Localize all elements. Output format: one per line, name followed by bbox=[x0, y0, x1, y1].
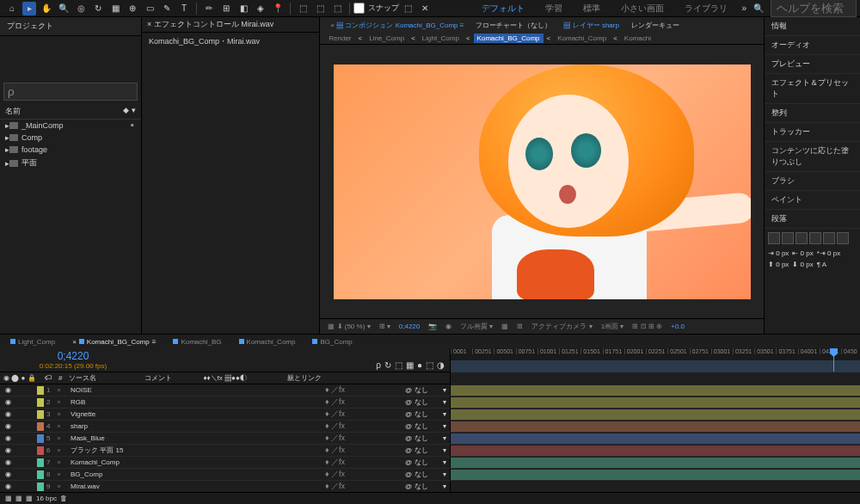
layer-switches[interactable]: ♦ ／fx bbox=[325, 396, 402, 408]
layer-row[interactable]: ◉ 4 ▫ sharp ♦ ／fx @ なし ▾ bbox=[0, 421, 860, 433]
layer-name[interactable]: NOISE bbox=[67, 386, 322, 394]
resolution-dropdown[interactable]: フル画質 ▾ bbox=[458, 321, 495, 332]
parent-link[interactable]: なし bbox=[415, 433, 440, 443]
layer-bar[interactable] bbox=[451, 470, 860, 480]
align-btn[interactable] bbox=[823, 232, 835, 244]
layer-row[interactable]: ◉ 2 ▫ RGB ♦ ／fx @ なし ▾ bbox=[0, 396, 860, 409]
bc-current[interactable]: Komachi_BG_Comp bbox=[474, 34, 544, 43]
layer-bar[interactable] bbox=[451, 421, 860, 432]
align-btn[interactable] bbox=[782, 232, 794, 244]
playhead[interactable] bbox=[833, 348, 834, 372]
workspace-library[interactable]: ライブラリ bbox=[678, 1, 734, 16]
layer-bar[interactable] bbox=[451, 397, 860, 408]
visibility-toggle[interactable]: ◉ bbox=[3, 482, 12, 490]
pin-tool[interactable]: 📍 bbox=[271, 2, 285, 15]
visibility-toggle[interactable]: ◉ bbox=[3, 458, 12, 466]
label-color[interactable] bbox=[37, 458, 44, 467]
workspace-standard[interactable]: 標準 bbox=[576, 1, 607, 16]
col-label-icon[interactable]: 🏷 bbox=[45, 374, 52, 382]
parent-pickwhip[interactable]: @ bbox=[405, 482, 412, 490]
workspace-default[interactable]: デフォルト bbox=[475, 1, 531, 16]
rp-brush[interactable]: ブラシ bbox=[765, 172, 860, 191]
layer-bar[interactable] bbox=[451, 458, 860, 468]
bb-icon2[interactable]: ▦ bbox=[15, 495, 22, 502]
indent-l[interactable]: ⇥ 0 px bbox=[768, 249, 789, 257]
layer-row[interactable]: ◉ 8 ▫ BG_Comp ♦ ／fx @ なし ▾ bbox=[0, 469, 860, 481]
label-color[interactable] bbox=[37, 398, 44, 407]
parent-link[interactable]: なし bbox=[415, 397, 440, 407]
bc-render[interactable]: Render bbox=[325, 34, 354, 43]
parent-pickwhip[interactable]: @ bbox=[405, 386, 412, 394]
resolution-icon[interactable]: ⊞ ▾ bbox=[377, 322, 393, 331]
parent-pickwhip[interactable]: @ bbox=[405, 410, 412, 418]
bb-icon3[interactable]: ▦ bbox=[26, 495, 33, 502]
bb-icon1[interactable]: ▦ bbox=[5, 495, 12, 502]
layer-row[interactable]: ◉ 1 ▫ NOISE ♦ ／fx @ なし ▾ bbox=[0, 384, 860, 396]
parent-link[interactable]: なし bbox=[415, 409, 440, 419]
type-column-icon[interactable]: ◆ ▾ bbox=[123, 106, 136, 117]
eraser-tool[interactable]: ◧ bbox=[236, 2, 250, 15]
col-comment[interactable]: コメント bbox=[144, 373, 196, 383]
rect-tool[interactable]: ▭ bbox=[143, 2, 157, 15]
grid-icon[interactable]: ⊞ bbox=[514, 322, 525, 331]
brush-tool[interactable]: ✏ bbox=[202, 2, 216, 15]
effects-control-tab[interactable]: × エフェクトコントロール Mirai.wav bbox=[147, 19, 273, 30]
label-color[interactable] bbox=[37, 446, 44, 455]
bc-line[interactable]: Line_Comp bbox=[366, 34, 408, 43]
tl-opt6-icon[interactable]: ◑ bbox=[437, 360, 445, 370]
rotate-tool[interactable]: ↻ bbox=[91, 2, 105, 15]
snap-checkbox[interactable] bbox=[353, 3, 365, 14]
rp-tracker[interactable]: トラッカー bbox=[765, 123, 860, 142]
parent-link[interactable]: なし bbox=[415, 458, 440, 467]
indent-r[interactable]: ⇤ 0 px bbox=[792, 249, 813, 257]
layer-switches[interactable]: ♦ ／fx bbox=[325, 409, 402, 420]
tl-opt1-icon[interactable]: ↻ bbox=[384, 360, 391, 370]
workspace-small[interactable]: 小さい画面 bbox=[614, 1, 671, 16]
para-opts[interactable]: ¶ A bbox=[817, 261, 826, 268]
view-dropdown[interactable]: 1画面 ▾ bbox=[599, 321, 627, 332]
rp-preview[interactable]: プレビュー bbox=[765, 55, 860, 74]
visibility-toggle[interactable]: ◉ bbox=[3, 386, 12, 394]
bc-light[interactable]: Light_Comp bbox=[419, 34, 463, 43]
label-color[interactable] bbox=[37, 434, 44, 443]
bb-bpc[interactable]: 16 bpc bbox=[36, 495, 57, 502]
workspace-learn[interactable]: 学習 bbox=[538, 1, 569, 16]
text-tool[interactable]: T bbox=[177, 2, 191, 15]
project-item-footage[interactable]: ▸footage bbox=[0, 144, 141, 156]
snapshot-icon[interactable]: 📷 bbox=[426, 322, 439, 331]
layer-switches[interactable]: ♦ ／fx bbox=[325, 421, 402, 432]
anchor-tool[interactable]: ⊕ bbox=[126, 2, 139, 15]
layer-row[interactable]: ◉ 9 ▫ Mirai.wav ♦ ／fx @ なし ▾ bbox=[0, 481, 860, 492]
layer-row[interactable]: ◉ 7 ▫ Komachi_Comp ♦ ／fx @ なし ▾ bbox=[0, 457, 860, 469]
tl-tab-komachi-bg-comp[interactable]: × Komachi_BG_Comp ≡ bbox=[67, 336, 161, 347]
label-color[interactable] bbox=[37, 410, 44, 419]
parent-link[interactable]: なし bbox=[415, 421, 440, 431]
parent-link[interactable]: なし bbox=[415, 482, 440, 491]
layer-switches[interactable]: ♦ ／fx bbox=[325, 469, 402, 480]
tl-tab-light[interactable]: Light_Comp bbox=[5, 336, 60, 347]
current-time[interactable]: 0;4220 bbox=[396, 322, 422, 331]
layer-name[interactable]: sharp bbox=[67, 422, 322, 430]
composition-canvas[interactable] bbox=[334, 65, 751, 299]
timeline-ruler[interactable]: 0001002510050100751010010125101501017510… bbox=[451, 348, 860, 360]
space-after[interactable]: ⬇ 0 px bbox=[792, 261, 813, 268]
visibility-toggle[interactable]: ◉ bbox=[3, 398, 12, 406]
layer-name[interactable]: RGB bbox=[67, 398, 322, 406]
rp-content-fill[interactable]: コンテンツに応じた塗りつぶし bbox=[765, 142, 860, 172]
visibility-toggle[interactable]: ◉ bbox=[3, 470, 12, 478]
hand-tool[interactable]: ✋ bbox=[40, 2, 53, 15]
camera-dropdown[interactable]: アクティブカメラ ▾ bbox=[529, 321, 594, 332]
parent-link[interactable]: なし bbox=[415, 470, 440, 479]
local-axis-icon[interactable]: ⬚ bbox=[296, 2, 310, 15]
camera-tool[interactable]: ▦ bbox=[108, 2, 122, 15]
project-search[interactable] bbox=[3, 83, 138, 101]
layer-name[interactable]: Mask_Blue bbox=[67, 434, 322, 442]
viewer[interactable] bbox=[320, 45, 764, 318]
snap-opt-icon[interactable]: ⬚ bbox=[401, 2, 415, 15]
bc-komachi-comp[interactable]: Komachi_Comp bbox=[554, 34, 610, 43]
layer-switches[interactable]: ♦ ／fx bbox=[325, 433, 402, 444]
rp-effects[interactable]: エフェクト＆プリセット bbox=[765, 74, 860, 104]
layer-name[interactable]: Vignette bbox=[67, 410, 322, 418]
rp-info[interactable]: 情報 bbox=[765, 17, 860, 36]
col-parent[interactable]: 親とリンク bbox=[287, 373, 322, 383]
